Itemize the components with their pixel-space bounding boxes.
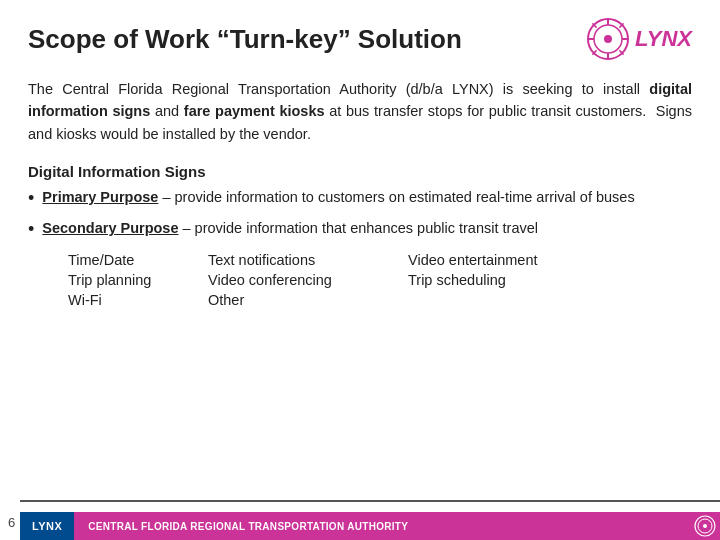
list-item: • Primary Purpose – provide information … (28, 186, 692, 210)
lynx-logo-text: LYNX (635, 26, 692, 52)
header: Scope of Work “Turn-key” Solution LYNX (28, 18, 692, 60)
bullet-label-secondary: Secondary Purpose (42, 220, 178, 236)
grid-cell: Video entertainment (408, 251, 588, 269)
footer-divider (20, 500, 720, 502)
bullet-list: • Primary Purpose – provide information … (28, 186, 692, 241)
footer-lynx-label: LYNX (20, 512, 74, 540)
bullet-content: Secondary Purpose – provide information … (42, 217, 538, 239)
footer-logo-icon (690, 512, 720, 540)
grid-cell: Video conferencing (208, 271, 408, 289)
list-item: • Secondary Purpose – provide informatio… (28, 217, 692, 241)
footer-bar: LYNX CENTRAL FLORIDA REGIONAL TRANSPORTA… (20, 512, 720, 540)
grid-cell: Time/Date (68, 251, 208, 269)
section-title: Digital Information Signs (28, 163, 692, 180)
page-number: 6 (8, 515, 15, 530)
bullet-icon: • (28, 218, 34, 241)
bullet-text-primary: – provide information to customers on es… (162, 189, 634, 205)
intro-paragraph: The Central Florida Regional Transportat… (28, 78, 692, 145)
bullet-label-primary: Primary Purpose (42, 189, 158, 205)
bullet-content: Primary Purpose – provide information to… (42, 186, 634, 208)
grid-cell: Wi-Fi (68, 291, 208, 309)
page-title: Scope of Work “Turn-key” Solution (28, 24, 462, 55)
grid-cell: Other (208, 291, 408, 309)
bullet-text-secondary: – provide information that enhances publ… (183, 220, 538, 236)
grid-cell (408, 291, 588, 309)
svg-point-13 (703, 524, 707, 528)
grid-cell: Text notifications (208, 251, 408, 269)
logo-area: LYNX (587, 18, 692, 60)
slide-container: Scope of Work “Turn-key” Solution LYNX T… (0, 0, 720, 540)
svg-point-2 (604, 35, 612, 43)
grid-cell: Trip planning (68, 271, 208, 289)
lynx-logo-icon (587, 18, 629, 60)
bullet-icon: • (28, 187, 34, 210)
footer: 6 LYNX CENTRAL FLORIDA REGIONAL TRANSPOR… (0, 500, 720, 540)
grid-cell: Trip scheduling (408, 271, 588, 289)
info-grid: Time/Date Text notifications Video enter… (68, 251, 692, 309)
footer-authority-label: CENTRAL FLORIDA REGIONAL TRANSPORTATION … (74, 512, 690, 540)
